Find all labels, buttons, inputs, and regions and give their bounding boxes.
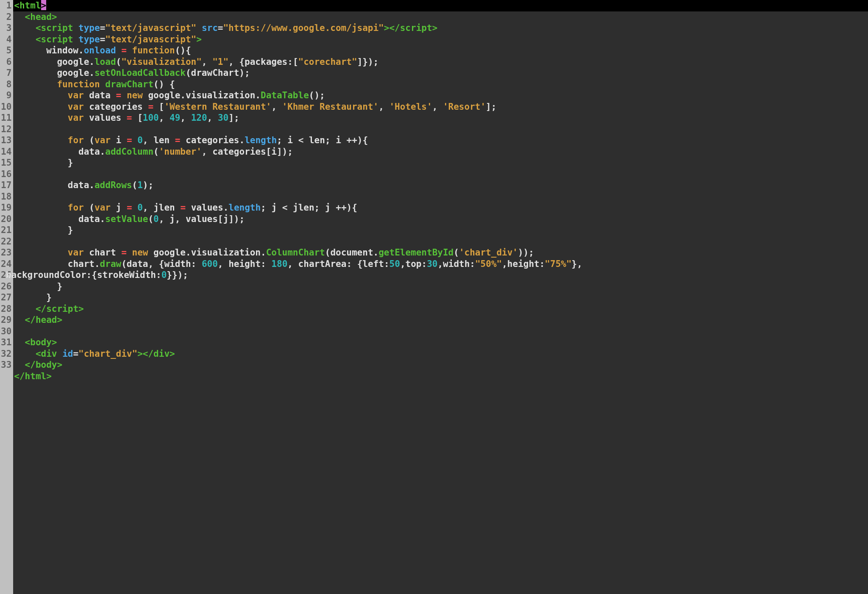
code-editor[interactable]: <html> <head> <script type="text/javascr… [13, 0, 868, 594]
line-number: 2 [1, 11, 11, 23]
line-number: 1 [1, 0, 11, 11]
code-line[interactable]: </html> [13, 371, 868, 382]
line-number: 30 [1, 326, 11, 337]
line-number: 12 [1, 124, 11, 135]
line-number: 17 [1, 180, 11, 191]
code-line[interactable]: </body> [13, 359, 868, 371]
line-number: 13 [1, 135, 11, 146]
code-line[interactable]: var data = new google.visualization.Data… [13, 90, 868, 101]
code-line[interactable]: <script type="text/javascript"> [13, 34, 868, 45]
line-number: 26 [1, 281, 11, 292]
line-number: 28 [1, 303, 11, 315]
code-line[interactable]: for (var j = 0, jlen = values.length; j … [13, 202, 868, 214]
code-line-wrap[interactable]: backgroundColor:{strokeWidth:0}}); [0, 269, 868, 281]
line-number: 24 [1, 258, 11, 270]
line-number: 8 [1, 79, 11, 90]
line-number: 6 [1, 56, 11, 68]
line-number: 29 [1, 314, 11, 326]
code-line[interactable]: data.setValue(0, j, values[j]); [13, 214, 868, 225]
code-line[interactable] [13, 169, 868, 180]
code-line[interactable] [13, 191, 868, 203]
code-line[interactable]: </script> [13, 303, 868, 315]
code-line[interactable]: <body> [13, 337, 868, 348]
line-number: 18 [1, 191, 11, 203]
code-line[interactable]: function drawChart() { [13, 79, 868, 90]
line-number: 5 [1, 45, 11, 56]
line-number: 7 [1, 67, 11, 79]
line-number: 10 [1, 101, 11, 113]
code-line[interactable]: data.addColumn('number', categories[i]); [13, 146, 868, 158]
code-line[interactable]: var categories = ['Western Restaurant', … [13, 101, 868, 113]
line-number: 15 [1, 157, 11, 169]
code-line[interactable]: } [13, 281, 868, 292]
line-number: 21 [1, 225, 11, 236]
code-line[interactable]: window.onload = function(){ [13, 45, 868, 56]
code-line[interactable]: </head> [13, 314, 868, 326]
line-number: 11 [1, 112, 11, 124]
code-line[interactable] [13, 236, 868, 247]
code-line[interactable]: var values = [100, 49, 120, 30]; [13, 112, 868, 124]
code-line[interactable]: } [13, 225, 868, 236]
line-number: 27 [1, 292, 11, 303]
code-line[interactable]: google.load("visualization", "1", {packa… [13, 56, 868, 68]
code-line[interactable]: <div id="chart_div"></div> [13, 348, 868, 360]
line-number: 20 [1, 214, 11, 225]
line-number: 3 [1, 22, 11, 34]
line-number: 4 [1, 34, 11, 45]
code-line[interactable] [13, 326, 868, 337]
text-cursor: > [41, 0, 46, 10]
line-number: 19 [1, 202, 11, 214]
code-line[interactable]: } [13, 157, 868, 169]
line-number: 31 [1, 337, 11, 348]
line-number: 23 [1, 247, 11, 258]
line-number: 14 [1, 146, 11, 158]
code-line[interactable]: var chart = new google.visualization.Col… [13, 247, 868, 258]
line-number: 33 [1, 359, 11, 371]
code-line[interactable]: <head> [13, 11, 868, 23]
line-number-gutter: 1 2 3 4 5 6 7 8 9 10 11 12 13 14 15 16 1… [0, 0, 13, 594]
code-line[interactable]: chart.draw(data, {width: 600, height: 18… [13, 258, 868, 270]
code-line[interactable] [13, 124, 868, 135]
line-number: 32 [1, 348, 11, 360]
code-line[interactable]: <html> [13, 0, 868, 11]
code-line[interactable]: } [13, 292, 868, 303]
code-line[interactable]: <script type="text/javascript" src="http… [13, 22, 868, 34]
line-number: 22 [1, 236, 11, 247]
line-number: 9 [1, 90, 11, 101]
code-line[interactable]: for (var i = 0, len = categories.length;… [13, 135, 868, 146]
code-line[interactable]: data.addRows(1); [13, 180, 868, 191]
code-line[interactable]: google.setOnLoadCallback(drawChart); [13, 67, 868, 79]
line-number: 16 [1, 169, 11, 180]
